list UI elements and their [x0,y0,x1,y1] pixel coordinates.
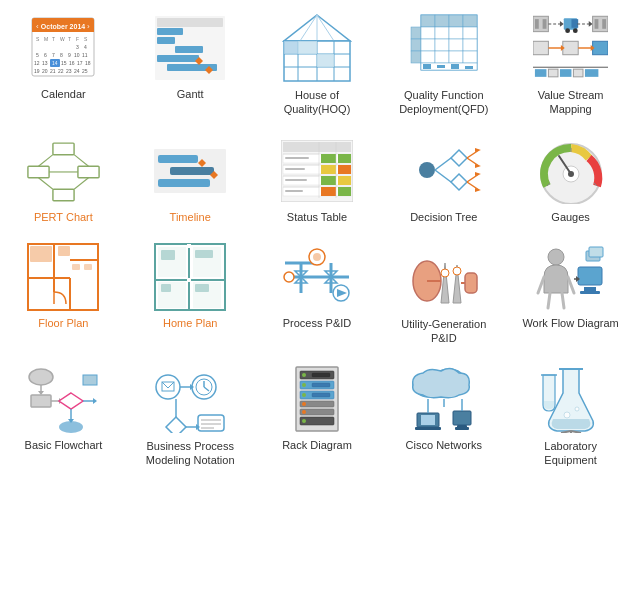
basic-flowchart-label: Basic Flowchart [25,439,103,451]
calendar-label: Calendar [41,88,86,100]
process-pid-item[interactable]: Process P&ID [254,233,381,356]
svg-rect-123 [158,179,210,187]
svg-rect-69 [449,27,463,39]
gauges-item[interactable]: Gauges [507,127,634,233]
svg-text:24: 24 [74,68,80,74]
svg-line-213 [548,293,550,308]
svg-rect-274 [453,411,471,425]
floor-plan-item[interactable]: Floor Plan [0,233,127,356]
svg-rect-106 [535,69,547,77]
timeline-item[interactable]: Timeline [127,127,254,233]
svg-text:18: 18 [85,60,91,66]
svg-point-150 [419,162,435,178]
lab-equipment-item[interactable]: LaboratoryEquipment [507,355,634,478]
bpmn-label: Business ProcessModeling Notation [146,439,235,468]
svg-text:‹: ‹ [36,22,39,31]
svg-rect-122 [170,167,214,175]
svg-line-214 [562,293,564,308]
svg-rect-67 [421,27,435,39]
svg-rect-65 [411,39,421,51]
svg-line-117 [38,177,52,189]
svg-text:6: 6 [44,52,47,58]
svg-rect-176 [30,246,52,262]
qfd-icon [406,12,481,84]
svg-point-166 [568,171,574,177]
workflow-item[interactable]: Work Flow Diagram [507,233,634,356]
svg-text:T: T [52,36,55,42]
svg-rect-64 [411,27,421,39]
svg-rect-58 [284,41,298,54]
basic-flowchart-item[interactable]: Basic Flowchart [0,355,127,478]
floor-plan-icon [26,241,101,313]
vsm-item[interactable]: Value StreamMapping [507,4,634,127]
svg-text:F: F [76,36,79,42]
svg-text:M: M [44,36,48,42]
svg-point-286 [575,407,579,411]
cisco-item[interactable]: Cisco Networks [380,355,507,478]
svg-point-209 [453,267,461,275]
svg-rect-73 [449,39,463,51]
lab-equipment-icon [533,363,608,435]
svg-rect-276 [455,427,469,430]
svg-point-264 [302,419,306,423]
svg-text:14: 14 [52,60,58,66]
vsm-label: Value StreamMapping [538,88,604,117]
bpmn-item[interactable]: Business ProcessModeling Notation [127,355,254,478]
calendar-icon: October 2014 ‹ › S M T W T F S 3 4 5 6 7… [26,12,101,84]
gantt-item[interactable]: Gantt [127,4,254,127]
svg-rect-42 [157,55,199,62]
svg-rect-146 [285,157,309,159]
floor-plan-label: Floor Plan [38,317,88,329]
svg-rect-82 [451,64,459,69]
svg-rect-148 [285,179,307,181]
svg-rect-80 [423,64,431,69]
svg-rect-191 [187,278,191,282]
svg-rect-216 [584,287,596,291]
decision-tree-item[interactable]: Decision Tree [380,127,507,233]
svg-rect-177 [58,246,70,256]
svg-line-49 [317,15,334,41]
svg-text:W: W [60,36,65,42]
svg-text:9: 9 [68,52,71,58]
svg-rect-60 [421,15,435,27]
calendar-item[interactable]: October 2014 ‹ › S M T W T F S 3 4 5 6 7… [0,4,127,127]
svg-rect-72 [435,39,449,51]
rack-diagram-item[interactable]: Rack Diagram [254,355,381,478]
pert-icon [26,135,101,207]
rack-diagram-label: Rack Diagram [282,439,352,451]
svg-line-47 [300,15,317,41]
svg-rect-62 [449,15,463,27]
svg-rect-61 [435,15,449,27]
gauges-label: Gauges [551,211,590,223]
svg-point-236 [156,375,180,399]
svg-rect-121 [158,155,198,163]
svg-text:4: 4 [84,44,87,50]
svg-rect-90 [572,19,579,28]
vsm-icon [533,12,608,84]
svg-rect-219 [589,247,603,257]
decision-tree-label: Decision Tree [410,211,477,223]
svg-line-212 [568,277,574,293]
hoq-item[interactable]: House ofQuality(HOQ) [254,4,381,127]
lab-equipment-label: LaboratoryEquipment [544,439,597,468]
svg-rect-98 [533,41,548,54]
home-plan-item[interactable]: Home Plan [127,233,254,356]
svg-point-260 [302,383,306,387]
timeline-label: Timeline [170,211,211,223]
svg-rect-81 [437,65,445,68]
svg-point-92 [573,28,578,33]
utility-pid-item[interactable]: Utility-GenerationP&ID [380,233,507,356]
gantt-icon [153,12,228,84]
status-table-item[interactable]: Status Table [254,127,381,233]
svg-line-118 [74,177,88,189]
svg-text:20: 20 [42,68,48,74]
pert-item[interactable]: PERT Chart [0,127,127,233]
qfd-item[interactable]: Quality FunctionDeployment(QFD) [380,4,507,127]
svg-text:13: 13 [42,60,48,66]
svg-rect-112 [28,166,49,178]
svg-rect-70 [463,27,477,39]
svg-rect-41 [175,46,203,53]
svg-rect-207 [465,273,477,293]
svg-rect-190 [195,284,209,292]
hoq-label: House ofQuality(HOQ) [284,88,351,117]
